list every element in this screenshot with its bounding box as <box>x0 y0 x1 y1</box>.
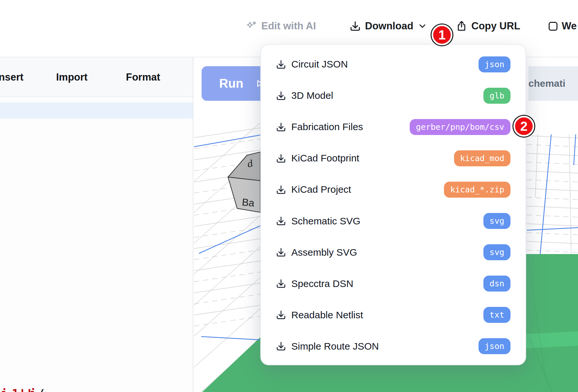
editor-menubar: nsert Import Format <box>0 57 193 97</box>
download-menu-item-circuit-json[interactable]: Circuit JSON json <box>261 49 525 80</box>
download-icon <box>276 279 286 289</box>
download-icon <box>276 185 286 195</box>
code-editor-panel: nsert Import Format i 1!! i / <box>0 57 193 392</box>
svg-text:Ba: Ba <box>241 196 255 209</box>
download-menu-item-simple-route-json[interactable]: Simple Route JSON json <box>261 331 525 362</box>
webview-checkbox[interactable] <box>549 22 557 31</box>
download-menu-item-kicad-project[interactable]: KiCad Project kicad_*.zip <box>261 174 525 205</box>
download-menu-item-assembly-svg[interactable]: Assembly SVG svg <box>261 237 525 268</box>
menu-item-label: Simple Route JSON <box>291 341 379 352</box>
chevron-down-icon <box>418 21 427 31</box>
download-label: Download <box>365 20 413 32</box>
download-icon <box>276 341 286 351</box>
file-format-badge: json <box>479 338 510 354</box>
download-icon <box>276 91 286 101</box>
download-menu-item-kicad-footprint[interactable]: KiCad Footprint kicad_mod <box>261 143 525 174</box>
download-menu-item-specctra-dsn[interactable]: Specctra DSN dsn <box>261 268 525 299</box>
annotation-step-2-badge: 2 <box>513 116 534 137</box>
download-icon <box>276 216 286 226</box>
download-icon <box>276 153 286 163</box>
download-icon <box>276 310 286 320</box>
menu-item-label: Specctra DSN <box>291 278 353 289</box>
file-format-badge: kicad_mod <box>454 150 510 166</box>
download-icon <box>350 21 361 32</box>
file-format-badge: glb <box>483 88 510 104</box>
webview-label: We <box>562 20 577 32</box>
menu-insert[interactable]: nsert <box>0 57 23 97</box>
menu-format[interactable]: Format <box>126 57 160 97</box>
editor-selected-line <box>0 102 193 119</box>
download-menu-item-schematic-svg[interactable]: Schematic SVG svg <box>261 205 525 236</box>
download-icon <box>276 122 286 132</box>
file-format-badge: kicad_*.zip <box>444 182 510 198</box>
download-menu-item-fabrication-files[interactable]: Fabrication Files gerber/pnp/bom/csv <box>261 111 525 143</box>
file-format-badge: gerber/pnp/bom/csv <box>410 119 510 135</box>
copy-url-label: Copy URL <box>471 20 520 32</box>
file-format-badge: json <box>479 56 510 72</box>
webview-toggle[interactable]: We <box>549 0 577 52</box>
app-window: Edit with AI Download Copy <box>0 0 578 392</box>
component-3d-box: d Ba <box>228 152 260 212</box>
tab-schematic-label: chemati <box>528 78 565 89</box>
file-format-badge: txt <box>483 307 510 323</box>
menu-item-label: Assembly SVG <box>291 247 357 258</box>
download-menu-item-3d-model[interactable]: 3D Model glb <box>261 80 525 111</box>
download-dropdown-menu: Circuit JSON json 3D Model glb Fabricati… <box>260 44 526 365</box>
file-format-badge: svg <box>483 213 510 229</box>
menu-item-label: KiCad Footprint <box>291 153 359 164</box>
menu-item-label: Circuit JSON <box>291 59 348 70</box>
download-menu-item-readable-netlist[interactable]: Readable Netlist txt <box>261 299 525 331</box>
tab-schematic-partial[interactable]: chemati <box>528 66 578 101</box>
sparkles-icon <box>245 20 257 32</box>
menu-import[interactable]: Import <box>56 57 87 97</box>
annotation-step-1-badge: 1 <box>432 24 452 45</box>
menu-item-label: Readable Netlist <box>291 309 363 321</box>
download-icon <box>276 247 286 257</box>
share-icon <box>456 21 467 32</box>
file-format-badge: svg <box>483 244 510 260</box>
menu-item-label: Schematic SVG <box>291 216 360 227</box>
menu-item-label: Fabrication Files <box>291 121 363 132</box>
menu-item-label: KiCad Project <box>291 184 351 195</box>
run-label: Run <box>219 77 243 91</box>
download-icon <box>276 59 286 69</box>
file-format-badge: dsn <box>483 276 510 292</box>
menu-item-label: 3D Model <box>291 90 333 101</box>
edit-with-ai-label: Edit with AI <box>261 20 316 32</box>
